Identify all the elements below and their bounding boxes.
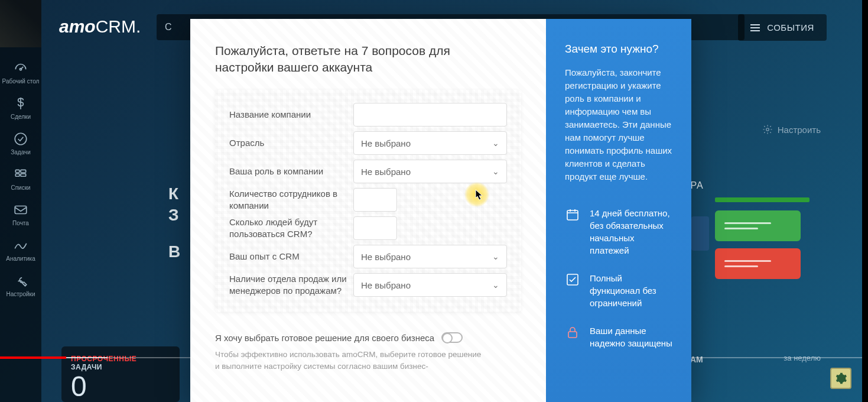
mail-icon	[13, 202, 28, 218]
sidebar-item-label: Рабочий стол	[2, 78, 40, 85]
app-logo: amoCRM.	[59, 17, 141, 37]
employees-input[interactable]	[353, 188, 397, 212]
list-icon	[13, 167, 28, 182]
label-industry: Отрасль	[229, 137, 353, 149]
events-label: СОБЫТИЯ	[767, 22, 814, 33]
sidebar-item-label: Настройки	[6, 291, 35, 298]
ready-solution-section: Я хочу выбрать готовое решение для своег…	[215, 332, 521, 372]
ready-solution-desc: Чтобы эффективно использовать amoCRM, вы…	[215, 349, 487, 372]
sidebar-item-label: Почта	[12, 220, 29, 227]
chevron-down-icon: ⌄	[492, 167, 499, 176]
overdue-count: 0	[71, 372, 170, 401]
benefit-text: 14 дней бесплатно, без обязательных нача…	[590, 207, 672, 257]
benefits-list: 14 дней бесплатно, без обязательных нача…	[565, 207, 672, 349]
benefit-item: Ваши данные надежно защищены	[565, 325, 672, 349]
kanban-preview	[715, 197, 810, 279]
dollar-icon	[13, 96, 28, 111]
select-value: Не выбрано	[361, 138, 411, 148]
chevron-down-icon: ⌄	[492, 138, 499, 148]
onboarding-modal: Пожалуйста, ответьте на 7 вопросов для н…	[190, 19, 691, 402]
benefit-item: 14 дней бесплатно, без обязательных нача…	[565, 207, 672, 257]
label-company: Название компании	[229, 109, 353, 121]
role-select[interactable]: Не выбрано ⌄	[353, 160, 507, 183]
svg-point-7	[766, 128, 769, 131]
info-title: Зачем это нужно?	[565, 43, 672, 56]
sidebar-item-mail[interactable]: Почта	[1, 197, 40, 231]
check-circle-icon	[13, 131, 28, 147]
svg-rect-2	[15, 170, 19, 172]
label-experience: Ваш опыт с CRM	[229, 251, 353, 262]
overdue-tasks-card[interactable]: ПРОСРОЧЕННЫЕ ЗАДАЧИ 0	[61, 346, 180, 402]
dashboard-letter: К	[168, 184, 178, 203]
analytics-icon	[13, 238, 28, 253]
chevron-down-icon: ⌄	[492, 252, 499, 261]
select-value: Не выбрано	[361, 252, 411, 262]
ready-solution-toggle[interactable]	[441, 332, 463, 343]
label-has-sales: Наличие отдела продаж или менеджеров по …	[229, 273, 353, 297]
dashboard-letter-2: В	[168, 242, 180, 261]
app-background: Рабочий стол Сделки Задачи Списки Почта …	[0, 0, 868, 402]
sidebar-item-tasks[interactable]: Задачи	[1, 127, 40, 160]
sidebar-item-lists[interactable]: Списки	[1, 162, 40, 195]
sidebar-item-label: Сделки	[11, 114, 31, 121]
configure-link[interactable]: Настроить	[762, 124, 821, 135]
svg-rect-4	[21, 170, 26, 172]
has-sales-select[interactable]: Не выбрано ⌄	[353, 273, 507, 297]
modal-heading: Пожалуйста, ответьте на 7 вопросов для н…	[215, 43, 511, 76]
dashboard-letter-3: З	[168, 206, 179, 225]
sidebar-item-label: Аналитика	[6, 255, 35, 262]
modal-info-panel: Зачем это нужно? Пожалуйста, закончите р…	[546, 19, 691, 402]
events-button[interactable]: СОБЫТИЯ	[738, 14, 827, 41]
gauge-icon	[13, 60, 28, 76]
label-crm-users: Сколько людей будут пользоваться CRM?	[229, 216, 353, 240]
benefit-text: Полный функционал без ограничений	[590, 272, 672, 309]
select-value: Не выбрано	[361, 167, 411, 177]
sidebar-item-deals[interactable]: Сделки	[1, 91, 40, 124]
gear-icon	[834, 372, 847, 385]
svg-rect-6	[15, 206, 27, 214]
gear-icon	[762, 124, 773, 135]
benefit-text: Ваши данные надежно защищены	[590, 325, 672, 349]
letterbox	[862, 0, 868, 402]
benefit-item: Полный функционал без ограничений	[565, 272, 672, 309]
svg-point-1	[15, 133, 27, 145]
lock-icon	[565, 325, 580, 340]
select-value: Не выбрано	[361, 280, 411, 290]
sidebar-item-dashboard[interactable]: Рабочий стол	[1, 56, 40, 89]
search-icon: С	[165, 22, 172, 33]
svg-rect-5	[21, 174, 26, 176]
sidebar: Рабочий стол Сделки Задачи Списки Почта …	[0, 0, 41, 402]
crm-users-input[interactable]	[353, 216, 397, 240]
check-square-icon	[565, 272, 580, 287]
label-role: Ваша роль в компании	[229, 166, 353, 177]
sidebar-item-label: Списки	[11, 184, 30, 192]
settings-fab[interactable]	[830, 368, 851, 389]
chevron-down-icon: ⌄	[492, 280, 499, 290]
svg-rect-8	[567, 210, 578, 220]
sidebar-item-settings[interactable]: Настройки	[1, 268, 40, 302]
modal-form-panel: Пожалуйста, ответьте на 7 вопросов для н…	[190, 19, 546, 402]
ready-solution-title: Я хочу выбрать готовое решение для своег…	[215, 333, 434, 343]
svg-rect-10	[568, 332, 577, 338]
label-employees: Количество сотрудников в компании	[229, 188, 353, 212]
info-blurb: Пожалуйста, закончите регистрацию и укаж…	[565, 66, 672, 183]
experience-select[interactable]: Не выбрано ⌄	[353, 245, 507, 268]
wrench-icon	[13, 273, 28, 288]
svg-rect-3	[15, 174, 19, 176]
industry-select[interactable]: Не выбрано ⌄	[353, 131, 507, 155]
calendar-icon	[565, 207, 580, 222]
sidebar-item-label: Задачи	[11, 149, 31, 156]
sidebar-item-analytics[interactable]: Аналитика	[1, 233, 40, 266]
menu-icon	[750, 24, 760, 31]
onboarding-form: Название компании Отрасль Не выбрано ⌄ В…	[215, 90, 521, 312]
company-input[interactable]	[353, 103, 507, 127]
overdue-label-2: ЗАДАЧИ	[71, 363, 170, 371]
